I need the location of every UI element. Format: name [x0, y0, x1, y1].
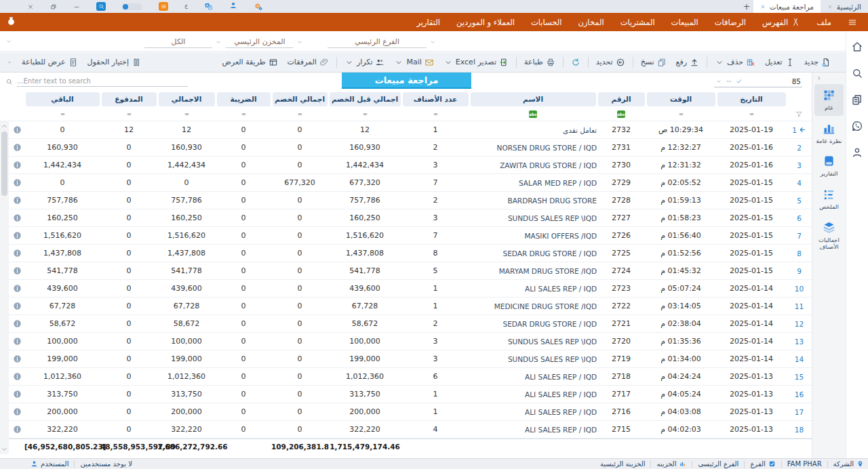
ellipsis-icon[interactable] [726, 78, 732, 85]
toolbar-overflow-icon[interactable] [7, 60, 12, 65]
chevron-down-icon[interactable] [429, 39, 436, 45]
person-icon[interactable] [851, 146, 863, 159]
filter-cell-total[interactable] [157, 110, 216, 118]
row-info-button[interactable] [9, 213, 24, 222]
check-icon[interactable] [736, 78, 743, 85]
row-info-button[interactable] [9, 302, 24, 310]
toolbar-button[interactable]: طباعة [520, 56, 559, 69]
row-info-button[interactable] [9, 407, 24, 416]
row-index[interactable]: 5 [787, 197, 812, 205]
search-icon[interactable] [851, 67, 863, 79]
side-panel-item[interactable]: عام [814, 84, 844, 116]
row-index[interactable]: 8 [787, 249, 812, 258]
records-counter[interactable]: 85 [714, 75, 802, 87]
menu-item[interactable]: العملاء و الموردين [448, 13, 523, 31]
row-index[interactable]: 2 [787, 144, 812, 152]
filter-warehouse[interactable]: المخزن الرئيسي [226, 35, 294, 48]
table-row[interactable]: 102025-01-1405:07:24 م2723ALI SALES REP … [0, 280, 812, 298]
row-index[interactable]: 10 [787, 285, 812, 293]
quick-search-button[interactable] [96, 2, 106, 11]
toolbar-button[interactable]: نسخ [637, 56, 671, 69]
toolbar-button[interactable]: تحديد [592, 56, 629, 69]
filter-cell-tax[interactable] [216, 110, 271, 118]
table-row[interactable]: 172025-01-1304:03:08 م2716ALI SALES REP … [0, 403, 812, 421]
toolbar-button[interactable]: المرفقات [283, 56, 333, 69]
row-index[interactable]: 17 [787, 408, 812, 416]
tab-0[interactable]: الرئيسية [821, 0, 868, 13]
row-info-button[interactable] [9, 125, 24, 134]
row-info-button[interactable] [9, 372, 24, 381]
side-panel-item[interactable]: نظرة عامة [814, 117, 844, 149]
menu-item[interactable]: المبيعات [663, 13, 707, 31]
table-row[interactable]: 92025-01-1501:45:32 م2724MARYAM DRUG STO… [0, 262, 812, 280]
row-info-button[interactable] [9, 266, 24, 275]
chevron-down-icon[interactable] [344, 58, 354, 67]
column-header-date[interactable]: التاريخ [717, 92, 786, 106]
equals-icon[interactable] [125, 110, 133, 118]
row-index[interactable]: 14 [787, 355, 812, 363]
table-row[interactable]: 72025-01-1501:56:40 م2726MASIKI OFFERS /… [0, 227, 812, 245]
column-header-name[interactable]: الاسم [471, 92, 596, 106]
table-row[interactable]: 42025-01-1502:05:52 م2729SALAR MED REP /… [0, 174, 812, 192]
table-row[interactable]: 122025-01-1402:38:04 م2721SEDAR DRUG STO… [0, 315, 812, 333]
menu-item[interactable]: المخازن [570, 13, 612, 31]
toolbar-button[interactable] [567, 56, 585, 69]
minimize-icon[interactable] [73, 3, 80, 10]
search-input[interactable] [17, 77, 188, 87]
row-index[interactable]: 11 [787, 302, 812, 310]
tab-1[interactable]: مراجعة مبيعات [753, 0, 821, 13]
menu-item[interactable]: ملف [808, 13, 840, 31]
table-row[interactable]: 142025-01-1401:34:00 م2719SUNDUS SALES R… [0, 350, 812, 368]
toolbar-button[interactable]: إختيار الحقول [83, 56, 145, 69]
restore-icon[interactable] [50, 3, 57, 10]
row-index[interactable]: 4 [787, 179, 812, 187]
toolbar-button[interactable]: جديد [800, 56, 835, 69]
row-index[interactable]: 15 [787, 373, 812, 381]
translate-icon[interactable] [204, 2, 213, 11]
side-panel-item[interactable]: اجماليات الأصناف [814, 216, 844, 255]
table-row[interactable]: 162025-01-1304:05:24 م2717ALI SALES REP … [0, 386, 812, 403]
table-row[interactable]: 52025-01-1501:59:13 م2728BARDRASH DRUG S… [0, 192, 812, 209]
row-index[interactable]: 18 [787, 426, 812, 434]
toolbar-button[interactable]: حذف [711, 56, 760, 69]
close-tab-icon[interactable] [760, 4, 766, 9]
row-index[interactable]: 3 [787, 161, 812, 169]
toolbar-button[interactable]: تكرار [340, 56, 389, 69]
table-row[interactable]: 152025-01-1304:24:24 م2718ALI SALES REP … [0, 368, 812, 386]
chevron-down-icon[interactable] [394, 58, 403, 67]
table-row[interactable]: 12025-01-1910:29:34 ص2732تعامل نقدى11200… [0, 121, 812, 139]
filter-cell-qty[interactable] [401, 110, 469, 118]
filter-cell-date[interactable] [716, 110, 787, 118]
funnel-icon[interactable] [795, 110, 803, 118]
table-row[interactable]: 62025-01-1501:58:23 م2727SUNDUS SALES RE… [0, 209, 812, 227]
column-header-paid[interactable]: المدفوع [102, 92, 157, 106]
column-header-num[interactable]: الرقم [598, 92, 645, 106]
row-index[interactable]: 13 [787, 338, 812, 346]
column-header-tax[interactable]: الضريبة [217, 92, 271, 106]
scroll-up-icon[interactable] [1, 123, 8, 130]
row-index[interactable]: 9 [787, 267, 812, 275]
equals-icon[interactable] [748, 110, 755, 118]
whatsapp-icon[interactable] [851, 120, 863, 132]
text-filter-icon[interactable]: abc [617, 110, 625, 118]
close-icon[interactable] [27, 3, 34, 10]
menu-item[interactable]: الرضافات [707, 13, 754, 31]
equals-icon[interactable] [240, 110, 248, 118]
equals-icon[interactable] [59, 110, 66, 118]
chevron-down-icon[interactable] [5, 38, 12, 45]
menu-item[interactable]: الفهرس [754, 13, 808, 31]
row-info-button[interactable] [9, 143, 24, 152]
row-info-button[interactable] [9, 161, 24, 169]
theme-toggle[interactable] [122, 3, 142, 10]
equals-icon[interactable] [361, 110, 369, 118]
menu-item[interactable]: التقارير [408, 13, 448, 31]
row-index[interactable]: 12 [787, 320, 812, 328]
table-row[interactable]: 112025-01-1403:14:05 م2722MEDICINE DRUG … [0, 298, 812, 315]
row-info-button[interactable] [9, 390, 24, 399]
toolbar-button[interactable]: تصدير Excel [439, 56, 513, 69]
column-header-disc[interactable]: اجمالي الخصم [273, 92, 328, 106]
filter-cell-time[interactable] [646, 110, 716, 118]
chevron-down-icon[interactable] [715, 78, 722, 85]
currency-icon[interactable]: ε [184, 3, 188, 10]
collapse-panel-button[interactable] [812, 73, 846, 83]
